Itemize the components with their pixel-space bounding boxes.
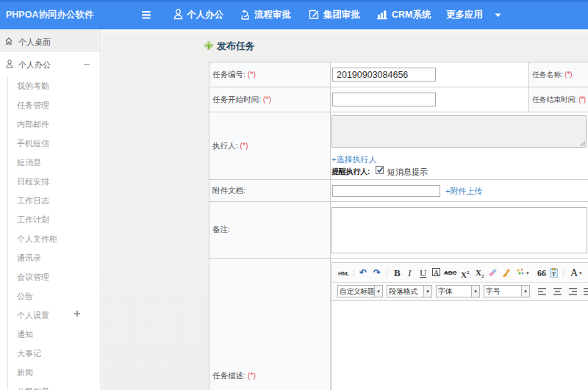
svg-text:T: T: [552, 271, 556, 278]
svg-text:HTML: HTML: [338, 271, 350, 276]
